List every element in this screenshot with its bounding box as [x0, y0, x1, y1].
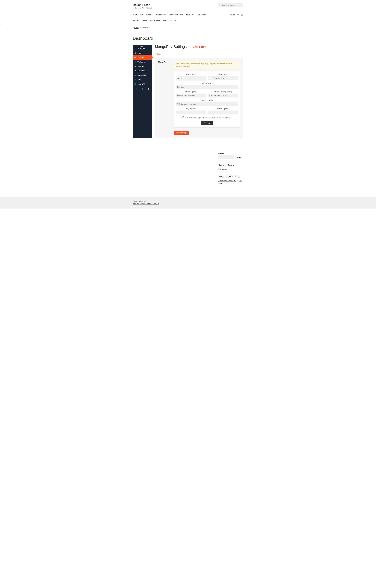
- nav-dashboard[interactable]: Dashboard: [156, 14, 165, 16]
- sidebar-item-label: Verification: [138, 61, 145, 63]
- recent-comments-title: Recent Comments: [218, 175, 243, 178]
- check-icon: ✓: [134, 61, 136, 63]
- address-details-label: Address Details (optional): [208, 91, 238, 93]
- update-settings-button[interactable]: Update Settings: [174, 131, 189, 135]
- power-icon[interactable]: ⏻: [148, 88, 149, 90]
- gear-icon: ⚙: [134, 70, 136, 72]
- search-widget-title: Search: [218, 152, 243, 154]
- sidebar-item-shipping[interactable]: 🚚Shipping: [133, 64, 152, 69]
- breadcrumb: ⌂Home›Dashboard: [133, 25, 243, 31]
- sidebar-item-label: Shipping: [138, 65, 144, 67]
- terms-text-suffix: of MangoPay: [221, 117, 231, 118]
- nationality-label: Nationality *: [208, 74, 238, 75]
- type-select[interactable]: Individual: [176, 85, 238, 89]
- user-icon[interactable]: 👤: [141, 88, 143, 90]
- sidebar-item-label: Store: [138, 52, 141, 54]
- content-title: MangoPay Settings → Visit Store: [155, 45, 243, 49]
- visit-store-link[interactable]: Visit Store: [192, 45, 206, 49]
- nav-rfq[interactable]: Request for Quote: [133, 20, 147, 21]
- globe-icon: 🌐: [134, 83, 136, 85]
- nav-cart[interactable]: Cart: [140, 13, 143, 16]
- city-input[interactable]: [176, 111, 206, 115]
- sidebar-item-label: Social Profile: [138, 74, 147, 76]
- arrow-right-icon: →: [188, 45, 191, 49]
- card-icon: 💳: [134, 57, 136, 58]
- sidebar-item-back[interactable]: ←Back to Dashboard: [133, 45, 152, 51]
- terms-text-prefix: I have read and accepted the: [185, 117, 205, 118]
- type-label: Type of User *: [176, 83, 238, 84]
- truck-icon: 🚚: [134, 65, 136, 67]
- sidebar-item-label: RMA: [138, 79, 141, 81]
- country-select[interactable]: Select a country / region…: [176, 102, 238, 106]
- sidebar: ←Back to Dashboard 🏛Store 💳Payment ✓Veri…: [133, 45, 152, 138]
- sidebar-item-shipstation[interactable]: ⚙ShipStation: [133, 69, 152, 73]
- search-widget-button[interactable]: Search: [235, 155, 243, 159]
- country-label: Country (optional): [176, 99, 238, 101]
- address-label: Address (optional): [176, 91, 206, 93]
- back-link[interactable]: ← Back: [155, 53, 161, 55]
- nav-shop[interactable]: Shop: [162, 20, 166, 21]
- recent-posts-title: Recent Posts: [218, 164, 243, 167]
- cart-total: €8,00: [230, 14, 235, 16]
- sidebar-item-rma[interactable]: ↻RMA: [133, 77, 152, 82]
- breadcrumb-home[interactable]: Home: [134, 27, 139, 29]
- address-details-input[interactable]: [208, 94, 238, 97]
- sidebar-item-label: Store SEO: [138, 83, 145, 85]
- sidebar-item-payment[interactable]: 💳Payment: [133, 55, 152, 60]
- cart-count: 1 item: [236, 14, 240, 15]
- connect-button[interactable]: Connect: [201, 121, 213, 126]
- site-title[interactable]: Dokan Press: [133, 3, 152, 7]
- external-link-icon[interactable]: ↗: [136, 88, 137, 90]
- terms-checkbox[interactable]: [183, 116, 184, 118]
- footer-built-link[interactable]: Built with Storefront & WooCommerce: [133, 203, 159, 205]
- sidebar-item-label: Payment: [138, 57, 144, 58]
- page-title: Dashboard: [133, 36, 243, 41]
- postcode-input[interactable]: [208, 111, 238, 115]
- city-label: City (optional): [176, 108, 206, 110]
- nav-checkout[interactable]: Checkout: [146, 13, 153, 16]
- nationality-select[interactable]: Select a country / reg: [208, 76, 238, 80]
- nav-menu-secondary: Request for Quote Sample Page Shop Store…: [133, 18, 243, 23]
- home-icon: ⌂: [133, 27, 134, 29]
- nav-dokan-guest[interactable]: Dokan Guest Subc: [169, 13, 183, 16]
- address-input[interactable]: [176, 94, 206, 97]
- nav-store-list[interactable]: Store List: [170, 20, 177, 21]
- chevron-down-icon: ▾: [165, 13, 166, 16]
- footer-copyright: © Dokan Press 2022: [133, 201, 243, 202]
- nav-my-orders[interactable]: My Orders: [198, 13, 206, 16]
- sidebar-item-seo[interactable]: 🌐Store SEO: [133, 82, 152, 86]
- search-widget-input[interactable]: [218, 155, 234, 159]
- postcode-label: Postcode (optional): [208, 108, 238, 110]
- sidebar-item-store[interactable]: 🏛Store: [133, 51, 152, 55]
- nav-dashboard-dropdown[interactable]: Dashboard ▾: [156, 13, 166, 16]
- nav-my-account[interactable]: My account: [186, 13, 195, 16]
- dob-label: Date of Birth *: [176, 74, 206, 75]
- store-icon: 🏛: [134, 52, 136, 54]
- sidebar-item-social[interactable]: 👥Social Profile: [133, 73, 152, 77]
- refresh-icon: ↻: [134, 79, 136, 81]
- recent-post-link[interactable]: Hello world!: [218, 169, 227, 170]
- settings-section-label: MangoPay: [158, 61, 171, 127]
- terms-link[interactable]: Terms and Conditions: [205, 117, 221, 118]
- arrow-left-icon: ←: [134, 47, 136, 49]
- breadcrumb-current: Dashboard: [140, 27, 148, 29]
- sidebar-item-verification[interactable]: ✓Verification: [133, 60, 152, 64]
- comment-on-text: on: [236, 180, 239, 182]
- nav-menu-primary: Home Cart Checkout Dashboard ▾ Dokan Gue…: [133, 13, 206, 16]
- search-input[interactable]: [218, 3, 243, 7]
- nav-sample[interactable]: Sample Page: [150, 20, 160, 21]
- sidebar-item-label: ShipStation: [138, 70, 145, 72]
- basket-icon: 🛒: [241, 13, 243, 16]
- alert-box: Your account is not connected with Mango…: [174, 61, 240, 69]
- users-icon: 👥: [134, 74, 136, 76]
- nav-home[interactable]: Home: [133, 13, 137, 16]
- dob-input[interactable]: [176, 76, 206, 81]
- cart-info[interactable]: €8,00 1 item 🛒: [230, 13, 243, 16]
- sidebar-item-label: Back to Dashboard: [138, 46, 151, 50]
- commenter-link[interactable]: A WordPress Commenter: [218, 180, 236, 182]
- search-wrapper: [218, 3, 243, 7]
- site-tagline: Just another WordPress site: [133, 7, 152, 9]
